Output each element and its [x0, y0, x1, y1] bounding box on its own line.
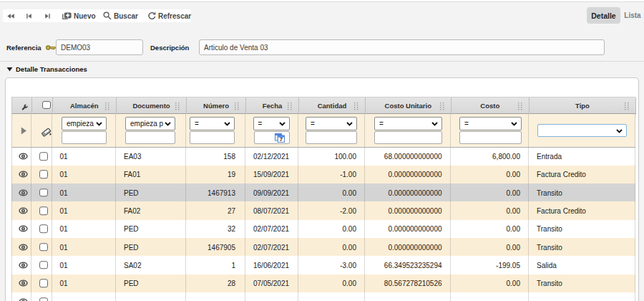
svg-text:7: 7 [279, 136, 282, 143]
